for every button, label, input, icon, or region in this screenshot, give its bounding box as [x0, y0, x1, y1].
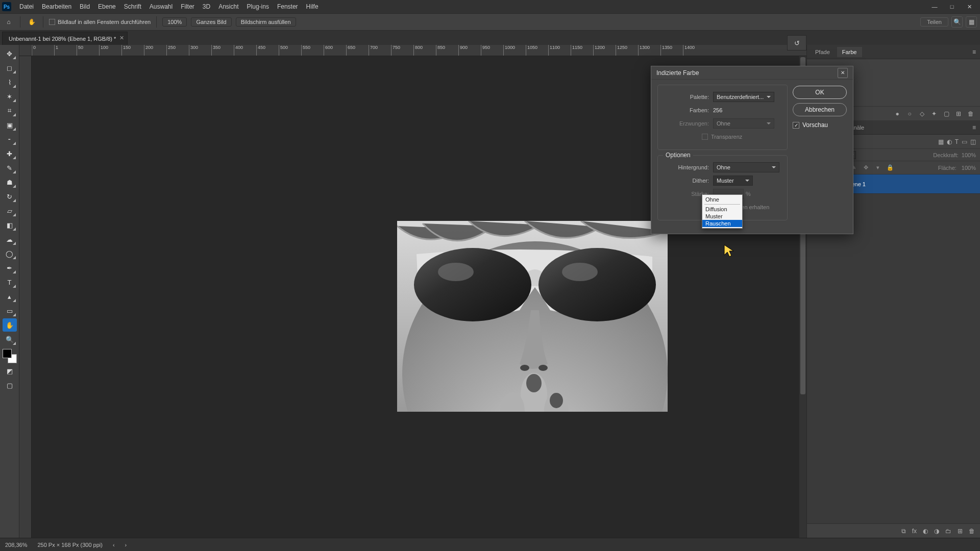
menu-hilfe[interactable]: Hilfe [302, 0, 323, 13]
adjustment-icon[interactable]: ◑ [934, 528, 939, 535]
filter-pixel-icon[interactable]: ▦ [938, 138, 944, 145]
quickmask-toggle[interactable]: ◩ [3, 364, 17, 378]
status-chevron-right-icon[interactable]: › [125, 542, 127, 548]
lock-pos-icon[interactable]: ✥ [862, 164, 869, 171]
fill-value[interactable]: 100% [962, 165, 976, 171]
doc-info[interactable]: 250 Px × 168 Px (300 ppi) [37, 542, 103, 548]
tab-color[interactable]: Farbe [837, 47, 862, 57]
filter-smart-icon[interactable]: ◫ [970, 138, 976, 145]
dither-option-rauschen[interactable]: Rauschen [702, 220, 742, 227]
status-chevron-left-icon[interactable]: ‹ [113, 542, 115, 548]
dither-select[interactable]: Muster [713, 176, 753, 186]
lock-all-icon[interactable]: 🔒 [887, 164, 894, 171]
vertical-ruler[interactable] [19, 56, 32, 538]
crop-tool[interactable]: ⌗ [3, 104, 17, 117]
dither-option-muster[interactable]: Muster [702, 213, 742, 220]
icon-ring[interactable]: ○ [905, 110, 914, 118]
ok-button[interactable]: OK [793, 86, 847, 99]
lasso-tool[interactable]: ⌇ [3, 76, 17, 89]
filter-type-icon[interactable]: T [955, 138, 959, 145]
group-icon[interactable]: 🗀 [945, 528, 951, 535]
tab-paths[interactable]: Pfade [810, 47, 835, 57]
maximize-button[interactable]: □ [943, 0, 961, 13]
matte-select[interactable]: Ohne [713, 162, 779, 172]
home-icon[interactable]: ⌂ [3, 16, 14, 28]
workspace-icon[interactable]: ▦ [966, 16, 977, 28]
document-tab[interactable]: Unbenannt-1 bei 208% (Ebene 1, RGB/8) * … [2, 32, 128, 45]
opacity-value[interactable]: 100% [962, 152, 976, 158]
preview-checkbox[interactable]: ✓ [793, 122, 799, 129]
document-canvas[interactable] [397, 221, 668, 412]
minimize-button[interactable]: — [926, 0, 943, 13]
search-icon[interactable]: 🔍 [951, 16, 963, 28]
cancel-button[interactable]: Abbrechen [793, 103, 847, 116]
close-tab-icon[interactable]: ✕ [119, 35, 124, 41]
stamp-tool[interactable]: ☗ [3, 176, 17, 189]
layers-panel-menu-icon[interactable]: ≡ [972, 124, 976, 131]
type-tool[interactable]: T [3, 276, 17, 289]
icon-square[interactable]: ▢ [942, 110, 950, 118]
menu-bearbeiten[interactable]: Bearbeiten [38, 0, 76, 13]
icon-new[interactable]: ⊞ [954, 110, 963, 118]
new-layer-icon[interactable]: ⊞ [958, 528, 963, 535]
menu-ansicht[interactable]: Ansicht [214, 0, 242, 13]
menu-3d[interactable]: 3D [199, 0, 214, 13]
gradient-tool[interactable]: ◧ [3, 218, 17, 232]
heal-tool[interactable]: ✚ [3, 147, 17, 160]
dither-option-diffusion[interactable]: Diffusion [702, 206, 742, 213]
dither-dropdown-list[interactable]: OhneDiffusionMusterRauschen [702, 194, 743, 229]
share-button[interactable]: Teilen [920, 17, 948, 27]
filter-adjust-icon[interactable]: ◐ [947, 138, 952, 145]
eraser-tool[interactable]: ▱ [3, 204, 17, 217]
zoom-readout[interactable]: 208,36% [5, 542, 27, 548]
icon-diamond[interactable]: ◇ [918, 110, 926, 118]
hand-tool[interactable]: ✋ [3, 318, 17, 332]
menu-datei[interactable]: Datei [15, 0, 38, 13]
horizontal-ruler[interactable]: 0150100150200250300350400450500550600650… [32, 45, 806, 56]
icon-dot[interactable]: ● [893, 110, 901, 118]
screenmode-toggle[interactable]: ▢ [3, 379, 17, 392]
dodge-tool[interactable]: ◯ [3, 247, 17, 260]
scroll-all-checkbox[interactable]: Bildlauf in allen Fenstern durchführen [49, 19, 151, 25]
menu-ebene[interactable]: Ebene [94, 0, 120, 13]
ruler-origin[interactable] [19, 45, 32, 56]
menu-filter[interactable]: Filter [177, 0, 199, 13]
menu-schrift[interactable]: Schrift [120, 0, 145, 13]
collapsed-history-tab[interactable]: ↺ [787, 35, 806, 51]
frame-tool[interactable]: ▣ [3, 118, 17, 132]
menu-auswahl[interactable]: Auswahl [145, 0, 177, 13]
zoom-100-button[interactable]: 100% [162, 17, 187, 27]
shape-tool[interactable]: ▭ [3, 304, 17, 317]
menu-fenster[interactable]: Fenster [273, 0, 302, 13]
menu-plug-ins[interactable]: Plug-ins [243, 0, 273, 13]
path-select-tool[interactable]: ▴ [3, 290, 17, 303]
brush-tool[interactable]: ✎ [3, 161, 17, 174]
marquee-tool[interactable]: ◻ [3, 61, 17, 74]
quick-select-tool[interactable]: ✶ [3, 90, 17, 103]
lock-nest-icon[interactable]: ▾ [874, 164, 881, 171]
link-layers-icon[interactable]: ⧉ [901, 528, 906, 535]
delete-layer-icon[interactable]: 🗑 [969, 528, 975, 535]
move-tool[interactable]: ✥ [3, 47, 17, 60]
dither-option-ohne[interactable]: Ohne [702, 196, 742, 203]
colors-value[interactable]: 256 [713, 107, 722, 113]
fit-screen-button[interactable]: Ganzes Bild [191, 17, 231, 27]
blur-tool[interactable]: ☁ [3, 233, 17, 246]
mask-icon[interactable]: ◐ [923, 528, 928, 535]
icon-sparkle[interactable]: ✦ [930, 110, 938, 118]
history-brush-tool[interactable]: ↻ [3, 190, 17, 203]
fill-screen-button[interactable]: Bildschirm ausfüllen [236, 17, 296, 27]
eyedropper-tool[interactable]: ⁃ [3, 133, 17, 146]
icon-trash[interactable]: 🗑 [967, 110, 975, 118]
panel-menu-icon[interactable]: ≡ [972, 48, 976, 56]
fx-icon[interactable]: fx [912, 528, 917, 535]
dialog-close-button[interactable]: ✕ [838, 68, 848, 78]
fg-bg-swatch[interactable] [3, 349, 17, 363]
filter-shape-icon[interactable]: ▭ [962, 138, 967, 145]
pen-tool[interactable]: ✒ [3, 261, 17, 274]
dialog-titlebar[interactable]: Indizierte Farbe ✕ [651, 66, 853, 80]
hand-tool-icon[interactable]: ✋ [26, 16, 37, 28]
close-window-button[interactable]: ✕ [961, 0, 978, 13]
zoom-tool[interactable]: 🔍 [3, 333, 17, 346]
palette-select[interactable]: Benutzerdefiniert... [713, 92, 774, 102]
